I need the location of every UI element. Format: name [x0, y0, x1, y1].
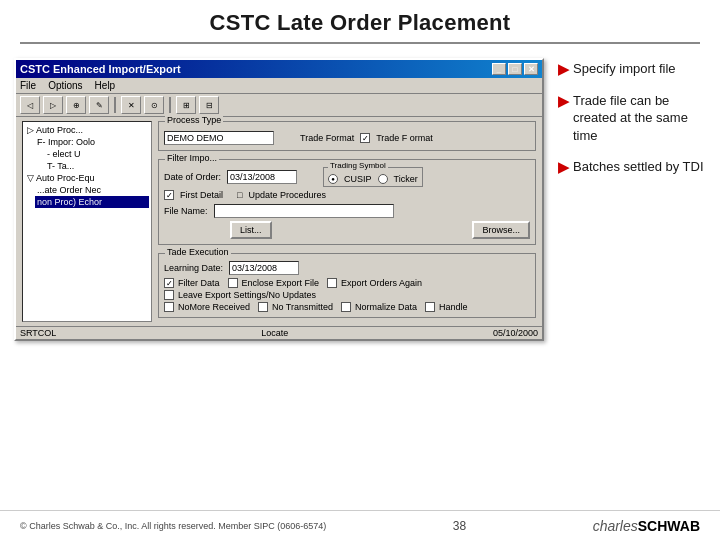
tool-btn-7[interactable]: ⊞ [176, 96, 196, 114]
no-more-received-cb[interactable] [164, 302, 174, 312]
first-detail-label: First Detail [180, 190, 223, 200]
leave-export-cb[interactable] [164, 290, 174, 300]
bullet-text-2: Trade file can be created at the same ti… [573, 92, 704, 145]
enclose-export-label: Enclose Export File [242, 278, 320, 288]
tree-item-2[interactable]: - elect U [45, 148, 149, 160]
ticker-radio[interactable] [378, 174, 388, 184]
first-detail-checkbox[interactable] [164, 190, 174, 200]
trading-symbol-label: Trading Symbol [328, 161, 388, 170]
date-of-order-label: Date of Order: [164, 172, 221, 182]
cusip-label: CUSIP [344, 174, 372, 184]
logo-schwab: SCHWAB [638, 518, 700, 534]
export-orders-label: Export Orders Again [341, 278, 422, 288]
filter-import-section: Filter Impo... Date of Order: Trading Sy… [158, 159, 536, 245]
normalize-data-label: Normalize Data [355, 302, 417, 312]
leave-export-label: Leave Export Settings/No Updates [178, 290, 316, 300]
titlebar-buttons: _ □ ✕ [492, 63, 538, 75]
tool-btn-5[interactable]: ✕ [121, 96, 141, 114]
locate-value: 05/10/2000 [493, 328, 538, 338]
tool-btn-1[interactable]: ◁ [20, 96, 40, 114]
bullet-text-1: Specify import file [573, 60, 676, 78]
trade-format-checkbox[interactable] [360, 133, 370, 143]
cusip-radio[interactable] [328, 174, 338, 184]
no-more-received-label: NoMore Received [178, 302, 250, 312]
no-transmitted-cb[interactable] [258, 302, 268, 312]
bullet-text-3: Batches settled by TDI [573, 158, 704, 176]
enclose-export-cb[interactable] [228, 278, 238, 288]
maximize-button[interactable]: □ [508, 63, 522, 75]
enclose-export-row: Enclose Export File [228, 278, 320, 288]
filter-data-cb[interactable] [164, 278, 174, 288]
no-transmitted-label: No Transmitted [272, 302, 333, 312]
dialog-body: ▷ Auto Proc... F- Impor: Oolo - elect U … [16, 117, 542, 326]
form-area: Process Type Trade Format Trade F ormat … [158, 121, 536, 322]
footer-copyright: © Charles Schwab & Co., Inc. All rights … [20, 521, 326, 531]
tool-btn-3[interactable]: ⊕ [66, 96, 86, 114]
process-type-section: Process Type Trade Format Trade F ormat [158, 121, 536, 151]
export-orders-cb[interactable] [327, 278, 337, 288]
tool-btn-8[interactable]: ⊟ [199, 96, 219, 114]
win-titlebar: CSTC Enhanced Import/Export _ □ ✕ [16, 60, 542, 78]
tree-item-0[interactable]: ▷ Auto Proc... [25, 124, 149, 136]
normalize-data-row: Normalize Data [341, 302, 417, 312]
learning-date-label: Learning Date: [164, 263, 223, 273]
leave-export-row: Leave Export Settings/No Updates [164, 290, 530, 300]
bullet-arrow-3: ▶ [558, 159, 569, 175]
tool-btn-2[interactable]: ▷ [43, 96, 63, 114]
normalize-data-cb[interactable] [341, 302, 351, 312]
trade-format-label: Trade Format [300, 133, 354, 143]
tree-item-5[interactable]: ...ate Order Nec [35, 184, 149, 196]
tree-item-3[interactable]: T- Ta... [45, 160, 149, 172]
learning-date-input[interactable] [229, 261, 299, 275]
date-of-order-input[interactable] [227, 170, 297, 184]
menu-file[interactable]: File [20, 80, 36, 91]
tree-item-6[interactable]: non Proc) Echor [35, 196, 149, 208]
no-more-received-row: NoMore Received [164, 302, 250, 312]
browse-button[interactable]: Browse... [472, 221, 530, 239]
tool-btn-6[interactable]: ⊙ [144, 96, 164, 114]
handle-cb[interactable] [425, 302, 435, 312]
update-procedures-label: □ [237, 190, 242, 200]
close-button[interactable]: ✕ [524, 63, 538, 75]
bullet-arrow-1: ▶ [558, 61, 569, 77]
update-procedures-text: Update Procedures [248, 190, 326, 200]
page-title: CSTC Late Order Placement [0, 0, 720, 42]
tree-section: ▷ Auto Proc... F- Impor: Oolo - elect U … [22, 121, 536, 322]
bullet-item-3: ▶ Batches settled by TDI [558, 158, 704, 176]
filter-data-label: Filter Data [178, 278, 220, 288]
dialog-screenshot: CSTC Enhanced Import/Export _ □ ✕ File O… [10, 54, 552, 504]
tree-item-1[interactable]: F- Impor: Oolo [35, 136, 149, 148]
menubar: File Options Help [16, 78, 542, 94]
ticker-label: Ticker [394, 174, 418, 184]
win-dialog: CSTC Enhanced Import/Export _ □ ✕ File O… [14, 58, 544, 341]
process-type-label: Process Type [165, 115, 223, 125]
file-name-label: File Name: [164, 206, 208, 216]
handle-row: Handle [425, 302, 468, 312]
locate-label: Locate [261, 328, 288, 338]
bullets-panel: ▶ Specify import file ▶ Trade file can b… [552, 54, 710, 504]
bullet-item-2: ▶ Trade file can be created at the same … [558, 92, 704, 145]
filter-data-row: Filter Data [164, 278, 220, 288]
export-orders-row: Export Orders Again [327, 278, 422, 288]
tade-execution-section: Tade Execution Learning Date: Filter Dat… [158, 253, 536, 318]
statusbar-left: SRTCOL [20, 328, 56, 338]
no-transmitted-row: No Transmitted [258, 302, 333, 312]
tade-execution-label: Tade Execution [165, 247, 231, 257]
footer: © Charles Schwab & Co., Inc. All rights … [0, 510, 720, 540]
footer-logo: charlesSCHWAB [593, 518, 700, 534]
file-name-input[interactable] [214, 204, 394, 218]
process-type-input[interactable] [164, 131, 274, 145]
divider [20, 42, 700, 44]
menu-options[interactable]: Options [48, 80, 82, 91]
dialog-title: CSTC Enhanced Import/Export [20, 63, 181, 75]
logo-charles: charles [593, 518, 638, 534]
footer-page-number: 38 [453, 519, 466, 533]
tree-item-4[interactable]: ▽ Auto Proc-Equ [25, 172, 149, 184]
toolbar-sep-1 [114, 97, 116, 113]
minimize-button[interactable]: _ [492, 63, 506, 75]
tree-panel: ▷ Auto Proc... F- Impor: Oolo - elect U … [22, 121, 152, 322]
filter-import-label: Filter Impo... [165, 153, 219, 163]
tool-btn-4[interactable]: ✎ [89, 96, 109, 114]
list-button[interactable]: List... [230, 221, 272, 239]
menu-help[interactable]: Help [95, 80, 116, 91]
